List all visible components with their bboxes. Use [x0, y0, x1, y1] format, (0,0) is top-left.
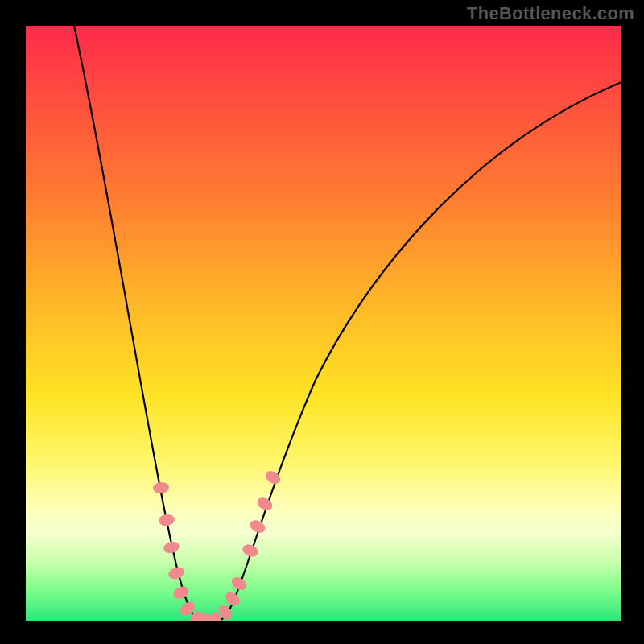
data-marker: [153, 481, 170, 493]
data-marker: [163, 540, 181, 555]
markers-group: [153, 469, 283, 621]
watermark-text: TheBottleneck.com: [467, 3, 634, 24]
data-marker: [229, 575, 249, 592]
data-marker: [167, 565, 186, 581]
data-marker: [223, 589, 242, 608]
plot-area: [26, 26, 621, 621]
chart-stage: TheBottleneck.com: [0, 0, 644, 644]
bottleneck-curve: [74, 26, 621, 621]
plot-svg: [26, 26, 621, 621]
data-marker: [158, 514, 175, 527]
